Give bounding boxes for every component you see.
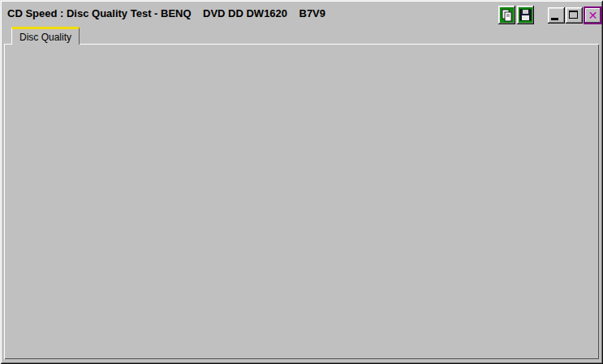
main-panel [4, 44, 599, 359]
maximize-button[interactable] [566, 7, 583, 24]
close-icon: ✕ [585, 8, 601, 23]
minimize-icon [551, 18, 558, 20]
app-window: CD Speed : Disc Quality Test - BENQ DVD … [0, 0, 603, 364]
titlebar: CD Speed : Disc Quality Test - BENQ DVD … [2, 2, 601, 24]
minimize-button[interactable] [548, 7, 565, 24]
tab-disc-quality[interactable]: Disc Quality [11, 27, 80, 45]
close-button[interactable]: ✕ [584, 6, 602, 24]
save-icon [517, 6, 534, 24]
copy-icon [498, 6, 515, 24]
tab-label: Disc Quality [19, 32, 71, 43]
window-title: CD Speed : Disc Quality Test - BENQ DVD … [7, 7, 325, 19]
maximize-icon [569, 11, 578, 19]
copy-button[interactable] [498, 6, 515, 24]
save-button[interactable] [517, 6, 534, 24]
